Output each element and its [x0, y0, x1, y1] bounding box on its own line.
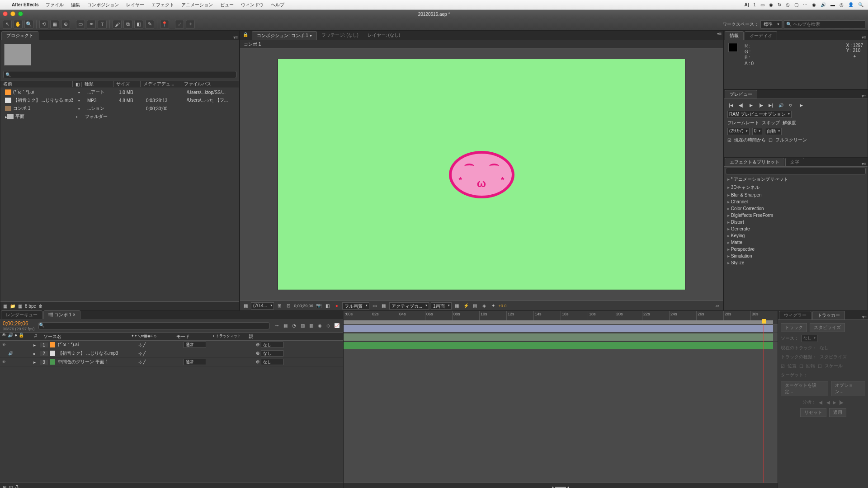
battery-icon[interactable]: ▭: [760, 2, 764, 7]
eraser-tool[interactable]: ◧: [134, 20, 143, 29]
project-item[interactable]: (*´ω｀*).ai▪...アート1.0 MB/Users/...ktop/SS…: [0, 88, 239, 96]
effect-category[interactable]: Distort: [724, 219, 868, 225]
always-preview-icon[interactable]: ▦: [242, 302, 249, 310]
skip-select[interactable]: 0: [752, 128, 763, 135]
info-tab[interactable]: 情報: [725, 31, 744, 40]
eye-col-icon[interactable]: 👁: [2, 333, 6, 340]
speaker-col-icon[interactable]: 🔊: [8, 333, 13, 340]
maximize-icon[interactable]: ▱: [714, 302, 721, 310]
new-comp-icon[interactable]: ▦: [18, 304, 22, 309]
flowchart-icon[interactable]: ◈: [481, 302, 488, 310]
timeline-current-time[interactable]: 0;00;29;06: [3, 320, 35, 327]
rect-tool[interactable]: ▭: [76, 20, 85, 29]
project-list[interactable]: (*´ω｀*).ai▪...アート1.0 MB/Users/...ktop/SS…: [0, 88, 239, 301]
menu-view[interactable]: ビュー: [220, 2, 234, 8]
timeline-search[interactable]: 🔍: [38, 322, 269, 329]
comp-mini-flowchart-icon[interactable]: ⊸: [273, 322, 280, 329]
clone-tool[interactable]: ⧉: [123, 20, 132, 29]
parent-select[interactable]: なし: [261, 342, 283, 348]
parent-select[interactable]: なし: [261, 350, 283, 357]
volume-icon[interactable]: 🔊: [821, 2, 826, 7]
audio-tab[interactable]: オーディオ: [745, 31, 777, 40]
zoom-window-button[interactable]: [18, 11, 23, 16]
timeline-layer-row[interactable]: 🔊 ▸2 【初音ミク】 ...じりなる.mp3 ⊹╱ ⊚ なし: [0, 349, 343, 358]
preview-res-select[interactable]: 自動: [765, 128, 782, 135]
fullscreen-checkbox[interactable]: ☐: [769, 138, 773, 143]
col-name[interactable]: 名前: [0, 81, 73, 87]
face-layer[interactable]: * * ω: [449, 151, 514, 198]
effect-category[interactable]: * アニメーションプリセット: [724, 175, 868, 183]
col-mode[interactable]: モード: [175, 333, 212, 340]
layer-bar[interactable]: [344, 342, 773, 349]
loop-button[interactable]: ↻: [787, 102, 795, 108]
effect-category[interactable]: Perspective: [724, 246, 868, 253]
auto-keyframe-icon[interactable]: ◇: [325, 322, 332, 329]
project-item[interactable]: 【初音ミク】 ...じりなる.mp3▪MP34.8 MB0:03:28:13/U…: [0, 96, 239, 104]
frame-blend-icon[interactable]: ▨: [299, 322, 306, 329]
snapshot-icon[interactable]: 📷: [315, 302, 322, 310]
effect-category[interactable]: Channel: [724, 198, 868, 205]
layer-bar[interactable]: [344, 333, 773, 341]
hide-shy-icon[interactable]: ◔: [290, 322, 297, 329]
fast-preview-icon[interactable]: ⊡: [285, 302, 292, 310]
parent-select[interactable]: なし: [261, 359, 283, 365]
toggle-switches-icon[interactable]: ⊞: [3, 485, 6, 488]
wiggler-tab[interactable]: ウィグラー: [779, 311, 811, 319]
new-folder-icon[interactable]: 📁: [10, 304, 15, 309]
menu-help[interactable]: ヘルプ: [271, 2, 284, 8]
project-item[interactable]: コンポ 1▪...ション0;00;30;00: [0, 104, 239, 113]
effects-list[interactable]: * アニメーションプリセット 3Dチャンネル Blur & Sharpen Ch…: [724, 175, 868, 310]
col-path[interactable]: ファイルパス: [181, 81, 239, 87]
blend-mode-select[interactable]: 通常: [184, 342, 206, 348]
ram-preview-button[interactable]: |▶: [797, 102, 805, 108]
col-size[interactable]: サイズ: [113, 81, 141, 87]
brainstorm-icon[interactable]: ◉: [316, 322, 323, 329]
footage-tab[interactable]: フッテージ: (なし): [317, 31, 363, 40]
first-frame-button[interactable]: |◀: [727, 102, 735, 108]
col-parent[interactable]: 親: [248, 333, 288, 340]
comp-breadcrumb[interactable]: コンポ 1: [240, 40, 723, 48]
effect-category[interactable]: Matte: [724, 239, 868, 246]
pixel-aspect-icon[interactable]: ▦: [453, 302, 461, 310]
interpret-icon[interactable]: ▦: [3, 304, 7, 309]
effect-category[interactable]: Color Correction: [724, 205, 868, 212]
panel-menu-icon[interactable]: ▾≡: [716, 31, 723, 40]
app-name[interactable]: After Effects: [12, 2, 38, 7]
adobe-icon[interactable]: A|: [744, 2, 749, 7]
panel-menu-icon[interactable]: ▾≡: [860, 35, 868, 40]
character-tab[interactable]: 文字: [785, 158, 804, 166]
col-duration[interactable]: メディアデュ...: [141, 81, 181, 87]
next-frame-button[interactable]: |▶: [757, 102, 765, 108]
delete-icon[interactable]: 🗑: [38, 304, 43, 309]
project-tab[interactable]: プロジェクト: [1, 31, 38, 40]
current-time-indicator[interactable]: [762, 319, 766, 324]
menu-composition[interactable]: コンポジション: [87, 2, 119, 8]
reset-exposure-icon[interactable]: ✦: [490, 302, 497, 310]
project-item[interactable]: ▸ 平面▪フォルダー: [0, 113, 239, 121]
rgb-icon[interactable]: ●: [333, 302, 340, 310]
notif-badge[interactable]: 1: [753, 2, 756, 7]
comp-tab[interactable]: コンポジション: コンポ 1 ▾: [252, 31, 317, 40]
timeline-layers[interactable]: 👁 ▸1 (*´ω｀*).ai ⊹╱ 通常 ⊚ なし 🔊 ▸2 【初音ミク】 .…: [0, 341, 343, 483]
timeline-icon[interactable]: ▤: [472, 302, 479, 310]
zoom-select[interactable]: (70.4...: [251, 302, 274, 310]
preview-tab[interactable]: プレビュー: [725, 90, 757, 99]
flag-icon[interactable]: ▬: [830, 2, 835, 7]
playhead[interactable]: [764, 324, 764, 483]
work-area-bar[interactable]: [344, 320, 773, 324]
graph-editor-icon[interactable]: 📈: [333, 322, 340, 329]
effect-category[interactable]: Digieffects FreeForm: [724, 212, 868, 219]
puppet-tool[interactable]: 📍: [160, 20, 169, 29]
effect-category[interactable]: Stylize: [724, 259, 868, 266]
type-tool[interactable]: T: [98, 20, 107, 29]
lock-icon[interactable]: 🔒: [240, 31, 251, 40]
brush-tool[interactable]: 🖌: [113, 20, 122, 29]
tracker-source-select[interactable]: なし: [802, 335, 817, 342]
fps-select[interactable]: (29.97): [727, 128, 750, 135]
menu-window[interactable]: ウィンドウ: [241, 2, 264, 8]
bpc-toggle[interactable]: 8 bpc: [25, 304, 36, 309]
pan-behind-tool[interactable]: ⊕: [61, 20, 70, 29]
effects-search[interactable]: [726, 168, 866, 174]
time-ruler[interactable]: :00s02s 04s06s 08s10s 12s14s 16s18s 20s2…: [344, 311, 778, 324]
dots-icon[interactable]: ⋯: [803, 2, 807, 7]
